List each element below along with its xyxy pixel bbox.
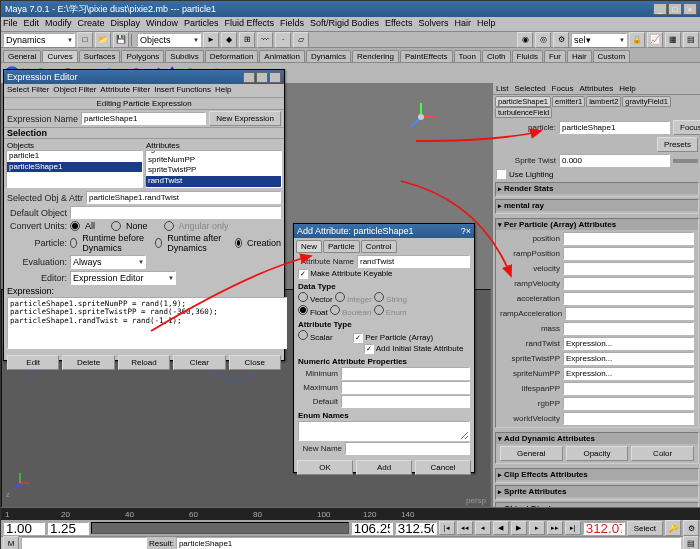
shelf-tab-surfaces[interactable]: Surfaces bbox=[79, 50, 121, 62]
time-scale[interactable]: 120406080100120140 bbox=[1, 508, 700, 520]
reload-button[interactable]: Reload bbox=[118, 355, 170, 370]
addattr-cancel-button[interactable]: Cancel bbox=[415, 460, 471, 475]
expr-max-icon[interactable] bbox=[256, 72, 268, 83]
command-input[interactable] bbox=[21, 537, 147, 549]
pp-field-spritenumpp[interactable] bbox=[563, 367, 694, 380]
units-all-radio[interactable] bbox=[70, 221, 80, 231]
shelf-tab-animation[interactable]: Animation bbox=[259, 50, 305, 62]
shelf-tab-subdivs[interactable]: Subdivs bbox=[165, 50, 203, 62]
menu-softrigidbodies[interactable]: Soft/Rigid Bodies bbox=[310, 18, 379, 30]
shelf-tab-general[interactable]: General bbox=[3, 50, 41, 62]
ae-tab-lambert2[interactable]: lambert2 bbox=[586, 96, 621, 107]
ae-tab-particleshape1[interactable]: particleShape1 bbox=[495, 96, 551, 107]
autokey-icon[interactable]: 🔑 bbox=[665, 520, 681, 536]
maximize-icon[interactable]: □ bbox=[668, 3, 682, 15]
range-start-field[interactable] bbox=[3, 522, 45, 535]
pp-field-acceleration[interactable] bbox=[563, 292, 694, 305]
eval-dropdown[interactable]: Always bbox=[70, 255, 146, 269]
pp-field-randtwist[interactable] bbox=[563, 337, 694, 350]
range-bar[interactable] bbox=[91, 522, 349, 534]
snap-plane-icon[interactable]: ▱ bbox=[293, 32, 309, 48]
expr-menu-object-filter[interactable]: Object Filter bbox=[53, 85, 96, 96]
playback-end-field[interactable] bbox=[351, 522, 393, 535]
edit-button[interactable]: Edit bbox=[7, 355, 59, 370]
expr-min-icon[interactable] bbox=[243, 72, 255, 83]
presets-button[interactable]: Presets bbox=[657, 137, 698, 152]
expr-titlebar[interactable]: Expression Editor bbox=[4, 70, 284, 84]
menu-file[interactable]: File bbox=[3, 18, 18, 30]
step-back-icon[interactable]: ◂◂ bbox=[457, 521, 473, 535]
snap-curve-icon[interactable]: 〰 bbox=[257, 32, 273, 48]
module-dropdown[interactable]: Dynamics bbox=[3, 33, 75, 47]
def-obj-field[interactable] bbox=[70, 206, 281, 219]
units-ang-radio[interactable] bbox=[164, 221, 174, 231]
lock-icon[interactable]: 🔒 bbox=[629, 32, 645, 48]
menu-window[interactable]: Window bbox=[146, 18, 178, 30]
string-radio[interactable] bbox=[374, 292, 384, 302]
ae-tab-turbulencefield[interactable]: turbulenceField bbox=[495, 107, 552, 118]
menu-modify[interactable]: Modify bbox=[45, 18, 72, 30]
sel-by-name-icon[interactable]: ► bbox=[203, 32, 219, 48]
playback-start-field[interactable] bbox=[47, 522, 89, 535]
vector-radio[interactable] bbox=[298, 292, 308, 302]
ae-menu-attributes[interactable]: Attributes bbox=[579, 84, 613, 93]
select-button[interactable]: Select bbox=[627, 521, 663, 536]
view-compass-icon[interactable] bbox=[401, 97, 441, 137]
play-fwd-icon[interactable]: ▶ bbox=[511, 521, 527, 535]
pp-field-rampacceleration[interactable] bbox=[565, 307, 694, 320]
goto-start-icon[interactable]: |◂ bbox=[439, 521, 455, 535]
graph-icon[interactable]: 📈 bbox=[647, 32, 663, 48]
shelf-tab-dynamics[interactable]: Dynamics bbox=[306, 50, 351, 62]
addattr-close-icon[interactable]: × bbox=[466, 226, 471, 236]
integer-radio[interactable] bbox=[335, 292, 345, 302]
particle-node-field[interactable] bbox=[559, 121, 670, 134]
step-fwd-icon[interactable]: ▸▸ bbox=[547, 521, 563, 535]
menu-effects[interactable]: Effects bbox=[385, 18, 412, 30]
addattr-titlebar[interactable]: Add Attribute: particleShape1 ?× bbox=[294, 224, 474, 238]
prev-frame-icon[interactable]: ◂ bbox=[475, 521, 491, 535]
focus-button[interactable]: Focus bbox=[673, 120, 700, 135]
sprite-twist-slider[interactable] bbox=[673, 159, 698, 163]
ae-menu-selected[interactable]: Selected bbox=[514, 84, 545, 93]
addattr-tab-new[interactable]: New bbox=[296, 240, 322, 253]
menu-solvers[interactable]: Solvers bbox=[418, 18, 448, 30]
scalar-radio[interactable] bbox=[298, 330, 308, 340]
use-lighting-checkbox[interactable] bbox=[496, 169, 506, 179]
shelf-tab-cloth[interactable]: Cloth bbox=[482, 50, 511, 62]
group-clip-effects-attributes[interactable]: Clip Effects Attributes bbox=[496, 469, 698, 480]
snap-grid-icon[interactable]: ⊞ bbox=[239, 32, 255, 48]
goto-end-icon[interactable]: ▸| bbox=[565, 521, 581, 535]
minimize-icon[interactable]: _ bbox=[653, 3, 667, 15]
expression-textarea[interactable] bbox=[7, 297, 287, 349]
pp-field-velocity[interactable] bbox=[563, 262, 694, 275]
shelf-tab-toon[interactable]: Toon bbox=[454, 50, 481, 62]
shelf-tab-hair[interactable]: Hair bbox=[567, 50, 592, 62]
shelf-tab-painteffects[interactable]: PaintEffects bbox=[400, 50, 453, 62]
expr-menu-attribute-filter[interactable]: Attribute Filter bbox=[100, 85, 150, 96]
play-back-icon[interactable]: ◀ bbox=[493, 521, 509, 535]
creation-radio[interactable] bbox=[235, 238, 242, 248]
pp-field-rampvelocity[interactable] bbox=[563, 277, 694, 290]
shelf-tab-curves[interactable]: Curves bbox=[42, 50, 77, 62]
mel-icon[interactable]: M bbox=[3, 536, 19, 550]
editor-dropdown[interactable]: Expression Editor bbox=[70, 271, 176, 285]
pp-field-spritetwistpp[interactable] bbox=[563, 352, 694, 365]
ae-icon[interactable]: ▦ bbox=[665, 32, 681, 48]
close-button[interactable]: Close bbox=[229, 355, 281, 370]
pp-field-lifespanpp[interactable] bbox=[563, 382, 694, 395]
expr-menu-insert-functions[interactable]: Insert Functions bbox=[154, 85, 211, 96]
float-radio[interactable] bbox=[298, 305, 308, 315]
per-particle-group[interactable]: Per Particle (Array) Attributes bbox=[496, 219, 698, 230]
menu-edit[interactable]: Edit bbox=[24, 18, 40, 30]
addattr-ok-button[interactable]: OK bbox=[297, 460, 353, 475]
pp-field-rampposition[interactable] bbox=[563, 247, 694, 260]
shelf-tab-fluids[interactable]: Fluids bbox=[512, 50, 543, 62]
sel-obj-field[interactable] bbox=[86, 191, 281, 204]
ae-tab-emitter1[interactable]: emitter1 bbox=[552, 96, 585, 107]
ae-menu-focus[interactable]: Focus bbox=[552, 84, 574, 93]
addattr-tab-control[interactable]: Control bbox=[361, 240, 397, 253]
shelf-tab-custom[interactable]: Custom bbox=[593, 50, 631, 62]
keyable-checkbox[interactable]: ✓ bbox=[298, 269, 308, 279]
delete-button[interactable]: Delete bbox=[62, 355, 114, 370]
close-icon[interactable]: × bbox=[683, 3, 697, 15]
